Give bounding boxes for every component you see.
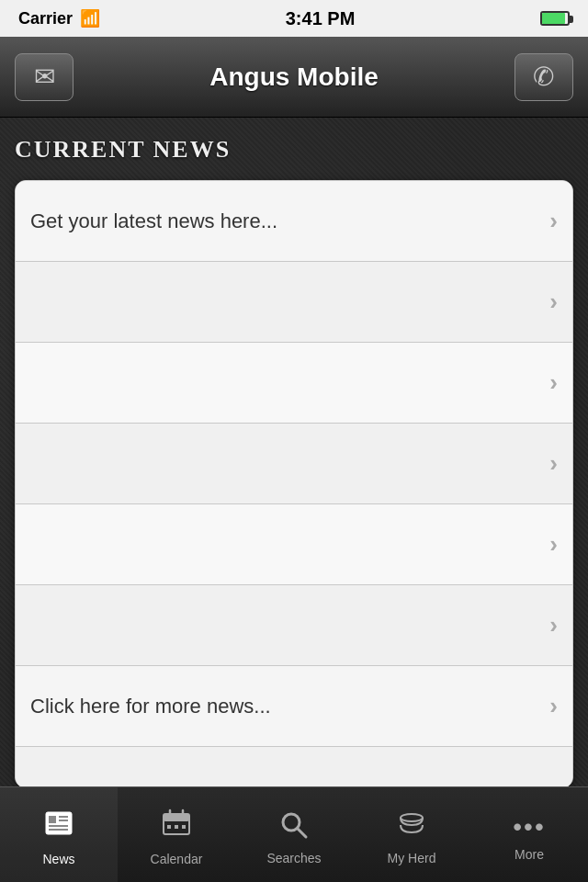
main-content: Current News Get your latest news here..… <box>0 118 588 786</box>
envelope-icon: ✉ <box>34 62 55 92</box>
chevron-right-icon: › <box>549 611 558 639</box>
svg-line-14 <box>298 829 306 837</box>
svg-rect-5 <box>49 829 68 831</box>
tab-calendar[interactable]: Calendar <box>118 787 235 882</box>
section-title: Current News <box>15 136 573 164</box>
more-news-item[interactable]: Click here for more news... › <box>16 666 572 747</box>
tab-searches-label: Searches <box>266 851 321 865</box>
phone-button[interactable]: ✆ <box>514 53 573 101</box>
battery-area <box>540 11 570 26</box>
tab-searches[interactable]: Searches <box>235 787 353 882</box>
tab-bar: News Calendar Searches <box>0 786 588 882</box>
wifi-icon: 📶 <box>80 8 100 28</box>
searches-tab-icon <box>277 808 311 845</box>
svg-rect-1 <box>49 816 56 823</box>
battery-icon <box>540 11 570 26</box>
tab-my-herd[interactable]: My Herd <box>353 787 470 882</box>
chevron-right-icon: › <box>549 692 558 720</box>
chevron-right-icon: › <box>549 449 558 478</box>
chevron-right-icon: › <box>549 288 558 316</box>
news-item-text: Get your latest news here... <box>30 209 277 233</box>
more-tab-icon: ••• <box>513 812 545 842</box>
chevron-right-icon: › <box>549 368 558 397</box>
carrier-label: Carrier <box>18 9 73 28</box>
app-title: Angus Mobile <box>209 62 379 92</box>
news-item[interactable]: › <box>16 424 572 504</box>
tab-news-label: News <box>42 852 74 866</box>
tab-news[interactable]: News <box>0 787 118 882</box>
tab-more-label: More <box>514 847 544 862</box>
svg-rect-3 <box>59 820 68 821</box>
svg-rect-7 <box>164 814 189 821</box>
svg-rect-2 <box>59 816 68 818</box>
more-news-text: Click here for more news... <box>30 695 271 718</box>
svg-rect-11 <box>175 825 178 829</box>
my-herd-tab-icon <box>395 808 428 845</box>
nav-bar: ✉ Angus Mobile ✆ <box>0 37 588 118</box>
tab-more[interactable]: ••• More <box>470 787 588 882</box>
chevron-right-icon: › <box>549 530 558 559</box>
time-display: 3:41 PM <box>286 8 356 29</box>
tab-calendar-label: Calendar <box>151 852 203 866</box>
chevron-right-icon: › <box>549 207 558 235</box>
news-tab-icon <box>42 807 75 846</box>
news-item[interactable]: › <box>16 504 572 585</box>
calendar-tab-icon <box>160 807 193 846</box>
svg-rect-4 <box>49 825 68 827</box>
news-list: Get your latest news here... › › › › › › <box>15 180 573 788</box>
status-bar: Carrier 📶 3:41 PM <box>0 0 588 37</box>
svg-rect-10 <box>167 825 171 829</box>
news-item[interactable]: Get your latest news here... › <box>16 181 572 262</box>
news-item[interactable]: › <box>16 343 572 424</box>
tab-my-herd-label: My Herd <box>388 851 436 865</box>
news-item[interactable]: › <box>16 262 572 343</box>
carrier-info: Carrier 📶 <box>18 8 100 28</box>
svg-rect-12 <box>182 825 186 829</box>
phone-icon: ✆ <box>533 62 554 92</box>
news-item[interactable] <box>16 747 572 787</box>
svg-point-15 <box>401 814 423 821</box>
email-button[interactable]: ✉ <box>15 53 74 101</box>
news-item[interactable]: › <box>16 585 572 666</box>
